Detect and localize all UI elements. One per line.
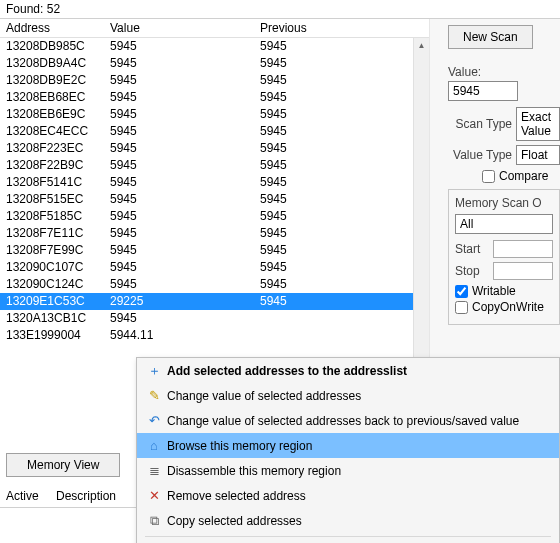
cell-value: 5944.11	[110, 327, 260, 344]
ctx-copy[interactable]: ⧉ Copy selected addresses	[137, 508, 559, 533]
cell-previous: 5945	[260, 55, 413, 72]
cell-previous: 5945	[260, 242, 413, 259]
compare-label: Compare	[499, 169, 548, 183]
cell-previous	[260, 327, 413, 344]
cell-address: 13208F5141C	[0, 174, 110, 191]
header-address[interactable]: Address	[0, 21, 110, 35]
table-row[interactable]: 13208F7E11C59455945	[0, 225, 413, 242]
remove-icon: ✕	[143, 488, 165, 503]
header-scroll-gap	[413, 21, 429, 35]
ctx-browse[interactable]: ⌂ Browse this memory region	[137, 433, 559, 458]
table-row[interactable]: 133E19990045944.11	[0, 327, 413, 344]
cell-previous	[260, 310, 413, 327]
browse-icon: ⌂	[143, 438, 165, 453]
cell-previous: 5945	[260, 208, 413, 225]
cell-previous: 5945	[260, 276, 413, 293]
cell-value: 5945	[110, 276, 260, 293]
cell-previous: 5945	[260, 123, 413, 140]
header-value[interactable]: Value	[110, 21, 260, 35]
cell-value: 5945	[110, 174, 260, 191]
plus-icon: ＋	[143, 362, 165, 380]
table-row[interactable]: 13208F5141C59455945	[0, 174, 413, 191]
start-input[interactable]	[493, 240, 553, 258]
scan-type-select[interactable]: Exact Value	[516, 107, 560, 141]
found-label: Found:	[6, 2, 43, 16]
stop-input[interactable]	[493, 262, 553, 280]
col-description[interactable]: Description	[56, 489, 116, 503]
cell-address: 132090C107C	[0, 259, 110, 276]
cell-value: 5945	[110, 310, 260, 327]
scroll-up-icon[interactable]: ▲	[414, 38, 429, 52]
table-row[interactable]: 132090C124C59455945	[0, 276, 413, 293]
table-row[interactable]: 13208EC4ECC59455945	[0, 123, 413, 140]
group-title: Memory Scan O	[455, 196, 553, 210]
ctx-add[interactable]: ＋ Add selected addresses to the addressl…	[137, 358, 559, 383]
cell-previous: 5945	[260, 89, 413, 106]
cell-address: 13209E1C53C	[0, 293, 110, 310]
context-menu: ＋ Add selected addresses to the addressl…	[136, 357, 560, 543]
table-row[interactable]: 13208DB9E2C59455945	[0, 72, 413, 89]
cell-address: 13208DB9A4C	[0, 55, 110, 72]
memory-view-button[interactable]: Memory View	[6, 453, 120, 477]
cell-previous: 5945	[260, 174, 413, 191]
cell-address: 13208F7E11C	[0, 225, 110, 242]
ctx-disassemble[interactable]: ≣ Disassemble this memory region	[137, 458, 559, 483]
cell-value: 29225	[110, 293, 260, 310]
table-row[interactable]: 13208DB985C59455945	[0, 38, 413, 55]
table-row[interactable]: 132090C107C59455945	[0, 259, 413, 276]
cell-previous: 5945	[260, 38, 413, 55]
value-type-select[interactable]: Float	[516, 145, 560, 165]
stop-label: Stop	[455, 264, 489, 278]
cell-previous: 5945	[260, 225, 413, 242]
undo-icon: ↶	[143, 413, 165, 428]
table-row[interactable]: 13208DB9A4C59455945	[0, 55, 413, 72]
table-row[interactable]: 13209E1C53C292255945	[0, 293, 413, 310]
cow-label: CopyOnWrite	[472, 300, 544, 314]
cell-address: 13208F22B9C	[0, 157, 110, 174]
cell-address: 13208DB985C	[0, 38, 110, 55]
new-scan-button[interactable]: New Scan	[448, 25, 533, 49]
cell-value: 5945	[110, 106, 260, 123]
cell-value: 5945	[110, 191, 260, 208]
writable-checkbox[interactable]	[455, 285, 468, 298]
pencil-icon: ✎	[143, 388, 165, 403]
cell-value: 5945	[110, 225, 260, 242]
ctx-remove[interactable]: ✕ Remove selected address	[137, 483, 559, 508]
cell-value: 5945	[110, 72, 260, 89]
ctx-revert[interactable]: ↶ Change value of selected addresses bac…	[137, 408, 559, 433]
cell-address: 13208F223EC	[0, 140, 110, 157]
cell-address: 132090C124C	[0, 276, 110, 293]
header-previous[interactable]: Previous	[260, 21, 413, 35]
compare-checkbox[interactable]	[482, 170, 495, 183]
cow-checkbox[interactable]	[455, 301, 468, 314]
cell-previous: 5945	[260, 106, 413, 123]
region-select[interactable]: All	[455, 214, 553, 234]
found-count: Found: 52	[0, 0, 560, 19]
cell-address: 13208F515EC	[0, 191, 110, 208]
cell-address: 13208EB6E9C	[0, 106, 110, 123]
cell-previous: 5945	[260, 293, 413, 310]
cell-value: 5945	[110, 55, 260, 72]
table-row[interactable]: 13208EB68EC59455945	[0, 89, 413, 106]
table-row[interactable]: 13208F5185C59455945	[0, 208, 413, 225]
cell-address: 13208F7E99C	[0, 242, 110, 259]
cell-address: 1320A13CB1C	[0, 310, 110, 327]
cell-value: 5945	[110, 208, 260, 225]
cell-previous: 5945	[260, 72, 413, 89]
table-row[interactable]: 13208F7E99C59455945	[0, 242, 413, 259]
table-row[interactable]: 13208F515EC59455945	[0, 191, 413, 208]
scan-type-label: Scan Type	[448, 117, 512, 131]
cell-address: 13208EB68EC	[0, 89, 110, 106]
table-row[interactable]: 13208F223EC59455945	[0, 140, 413, 157]
found-value: 52	[47, 2, 60, 16]
table-row[interactable]: 1320A13CB1C5945	[0, 310, 413, 327]
table-row[interactable]: 13208EB6E9C59455945	[0, 106, 413, 123]
col-active[interactable]: Active	[6, 489, 56, 503]
table-row[interactable]: 13208F22B9C59455945	[0, 157, 413, 174]
start-label: Start	[455, 242, 489, 256]
ctx-change[interactable]: ✎ Change value of selected addresses	[137, 383, 559, 408]
value-input[interactable]	[448, 81, 518, 101]
memory-scan-group: Memory Scan O All Start Stop Writable Co…	[448, 189, 560, 325]
ctx-separator	[145, 536, 551, 537]
cell-previous: 5945	[260, 157, 413, 174]
